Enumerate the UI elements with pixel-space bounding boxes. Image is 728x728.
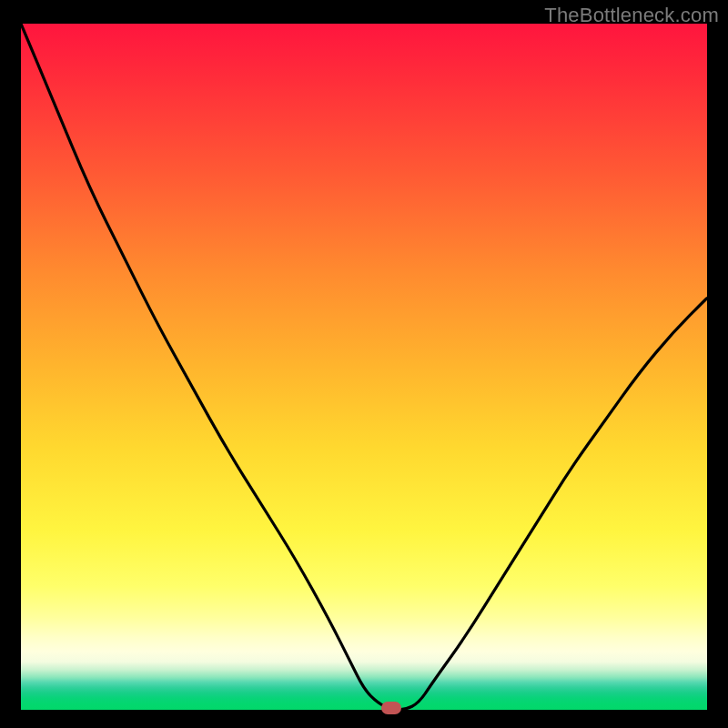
plot-inner <box>21 24 707 710</box>
bottleneck-chart: TheBottleneck.com <box>0 0 728 728</box>
watermark-text: TheBottleneck.com <box>544 4 719 27</box>
curve-layer <box>21 24 707 710</box>
optimal-point-marker <box>381 702 401 714</box>
plot-area <box>21 24 707 710</box>
bottleneck-curve-line <box>21 24 707 710</box>
